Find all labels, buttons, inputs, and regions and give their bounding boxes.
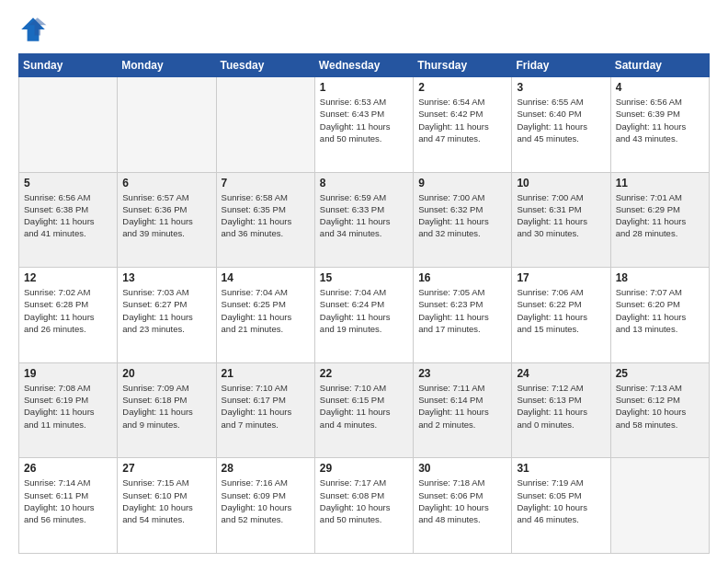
calendar-day-cell: 7Sunrise: 6:58 AM Sunset: 6:35 PM Daylig… <box>216 172 314 268</box>
day-info: Sunrise: 7:04 AM Sunset: 6:25 PM Dayligh… <box>222 286 310 335</box>
calendar-week-row: 19Sunrise: 7:08 AM Sunset: 6:19 PM Dayli… <box>19 362 710 458</box>
day-number: 1 <box>320 81 408 94</box>
calendar-day-cell <box>610 458 709 554</box>
day-info: Sunrise: 7:13 AM Sunset: 6:12 PM Dayligh… <box>616 382 704 431</box>
calendar-day-cell: 21Sunrise: 7:10 AM Sunset: 6:17 PM Dayli… <box>216 362 314 458</box>
calendar-day-cell <box>216 77 314 173</box>
day-info: Sunrise: 7:18 AM Sunset: 6:06 PM Dayligh… <box>418 477 506 525</box>
day-number: 24 <box>517 367 605 380</box>
day-info: Sunrise: 7:10 AM Sunset: 6:17 PM Dayligh… <box>222 382 310 431</box>
day-info: Sunrise: 7:01 AM Sunset: 6:29 PM Dayligh… <box>616 191 704 240</box>
day-number: 12 <box>24 271 112 284</box>
day-number: 29 <box>320 462 408 475</box>
calendar-day-cell: 18Sunrise: 7:07 AM Sunset: 6:20 PM Dayli… <box>610 268 709 363</box>
calendar-day-header: Monday <box>118 54 216 77</box>
day-number: 10 <box>517 177 605 190</box>
calendar-header-row: SundayMondayTuesdayWednesdayThursdayFrid… <box>19 54 710 77</box>
day-number: 16 <box>418 271 506 284</box>
day-number: 4 <box>616 81 704 94</box>
calendar-day-cell: 31Sunrise: 7:19 AM Sunset: 6:05 PM Dayli… <box>512 458 610 554</box>
day-number: 18 <box>616 271 704 284</box>
day-number: 30 <box>418 462 506 475</box>
day-number: 20 <box>122 367 210 380</box>
day-info: Sunrise: 7:17 AM Sunset: 6:08 PM Dayligh… <box>320 477 408 525</box>
calendar-day-cell: 28Sunrise: 7:16 AM Sunset: 6:09 PM Dayli… <box>216 458 314 554</box>
calendar-day-cell: 25Sunrise: 7:13 AM Sunset: 6:12 PM Dayli… <box>610 362 709 458</box>
calendar-day-cell: 11Sunrise: 7:01 AM Sunset: 6:29 PM Dayli… <box>610 172 709 268</box>
day-info: Sunrise: 6:56 AM Sunset: 6:38 PM Dayligh… <box>24 191 112 240</box>
day-number: 8 <box>320 177 408 190</box>
day-info: Sunrise: 6:53 AM Sunset: 6:43 PM Dayligh… <box>320 96 408 144</box>
calendar-day-cell: 15Sunrise: 7:04 AM Sunset: 6:24 PM Dayli… <box>314 268 413 363</box>
calendar-day-cell: 9Sunrise: 7:00 AM Sunset: 6:32 PM Daylig… <box>414 172 512 268</box>
day-info: Sunrise: 7:00 AM Sunset: 6:32 PM Dayligh… <box>418 191 506 240</box>
calendar-day-cell: 14Sunrise: 7:04 AM Sunset: 6:25 PM Dayli… <box>216 268 314 363</box>
calendar-day-header: Tuesday <box>216 54 314 77</box>
calendar-day-header: Sunday <box>19 54 118 77</box>
calendar-day-cell: 16Sunrise: 7:05 AM Sunset: 6:23 PM Dayli… <box>414 268 512 363</box>
calendar-day-cell: 30Sunrise: 7:18 AM Sunset: 6:06 PM Dayli… <box>414 458 512 554</box>
calendar-day-cell: 13Sunrise: 7:03 AM Sunset: 6:27 PM Dayli… <box>118 268 216 363</box>
day-info: Sunrise: 7:00 AM Sunset: 6:31 PM Dayligh… <box>517 191 605 240</box>
day-number: 13 <box>122 271 210 284</box>
calendar-week-row: 12Sunrise: 7:02 AM Sunset: 6:28 PM Dayli… <box>19 268 710 363</box>
calendar-day-cell: 17Sunrise: 7:06 AM Sunset: 6:22 PM Dayli… <box>512 268 610 363</box>
calendar-day-cell: 27Sunrise: 7:15 AM Sunset: 6:10 PM Dayli… <box>118 458 216 554</box>
calendar-day-cell: 6Sunrise: 6:57 AM Sunset: 6:36 PM Daylig… <box>118 172 216 268</box>
day-info: Sunrise: 7:02 AM Sunset: 6:28 PM Dayligh… <box>24 286 112 335</box>
day-number: 15 <box>320 271 408 284</box>
day-info: Sunrise: 7:10 AM Sunset: 6:15 PM Dayligh… <box>320 382 408 431</box>
day-info: Sunrise: 7:08 AM Sunset: 6:19 PM Dayligh… <box>24 382 112 431</box>
day-info: Sunrise: 6:59 AM Sunset: 6:33 PM Dayligh… <box>320 191 408 240</box>
day-info: Sunrise: 7:12 AM Sunset: 6:13 PM Dayligh… <box>517 382 605 431</box>
day-number: 5 <box>24 177 112 190</box>
day-info: Sunrise: 7:16 AM Sunset: 6:09 PM Dayligh… <box>222 477 310 525</box>
day-info: Sunrise: 7:06 AM Sunset: 6:22 PM Dayligh… <box>517 286 605 335</box>
day-number: 11 <box>616 177 704 190</box>
calendar-day-cell: 20Sunrise: 7:09 AM Sunset: 6:18 PM Dayli… <box>118 362 216 458</box>
day-number: 6 <box>122 177 210 190</box>
day-info: Sunrise: 6:54 AM Sunset: 6:42 PM Dayligh… <box>418 96 506 144</box>
day-info: Sunrise: 7:07 AM Sunset: 6:20 PM Dayligh… <box>616 286 704 335</box>
day-info: Sunrise: 7:15 AM Sunset: 6:10 PM Dayligh… <box>122 477 210 525</box>
day-number: 19 <box>24 367 112 380</box>
page: SundayMondayTuesdayWednesdayThursdayFrid… <box>0 0 728 563</box>
calendar-day-cell: 1Sunrise: 6:53 AM Sunset: 6:43 PM Daylig… <box>314 77 413 173</box>
calendar-day-cell: 12Sunrise: 7:02 AM Sunset: 6:28 PM Dayli… <box>19 268 118 363</box>
calendar-day-header: Wednesday <box>314 54 413 77</box>
day-info: Sunrise: 7:04 AM Sunset: 6:24 PM Dayligh… <box>320 286 408 335</box>
calendar-day-cell: 29Sunrise: 7:17 AM Sunset: 6:08 PM Dayli… <box>314 458 413 554</box>
day-number: 17 <box>517 271 605 284</box>
day-number: 2 <box>418 81 506 94</box>
calendar-day-header: Friday <box>512 54 610 77</box>
calendar-day-cell <box>118 77 216 173</box>
day-number: 28 <box>222 462 310 475</box>
day-number: 23 <box>418 367 506 380</box>
calendar-day-cell: 22Sunrise: 7:10 AM Sunset: 6:15 PM Dayli… <box>314 362 413 458</box>
calendar-day-cell: 26Sunrise: 7:14 AM Sunset: 6:11 PM Dayli… <box>19 458 118 554</box>
calendar-day-cell: 2Sunrise: 6:54 AM Sunset: 6:42 PM Daylig… <box>414 77 512 173</box>
calendar-day-cell: 10Sunrise: 7:00 AM Sunset: 6:31 PM Dayli… <box>512 172 610 268</box>
calendar-day-cell: 23Sunrise: 7:11 AM Sunset: 6:14 PM Dayli… <box>414 362 512 458</box>
calendar-week-row: 5Sunrise: 6:56 AM Sunset: 6:38 PM Daylig… <box>19 172 710 268</box>
calendar-day-cell: 8Sunrise: 6:59 AM Sunset: 6:33 PM Daylig… <box>314 172 413 268</box>
day-number: 22 <box>320 367 408 380</box>
day-info: Sunrise: 7:11 AM Sunset: 6:14 PM Dayligh… <box>418 382 506 431</box>
day-number: 21 <box>222 367 310 380</box>
day-info: Sunrise: 6:56 AM Sunset: 6:39 PM Dayligh… <box>616 96 704 144</box>
day-info: Sunrise: 6:58 AM Sunset: 6:35 PM Dayligh… <box>222 191 310 240</box>
calendar-day-cell: 5Sunrise: 6:56 AM Sunset: 6:38 PM Daylig… <box>19 172 118 268</box>
calendar-day-cell: 19Sunrise: 7:08 AM Sunset: 6:19 PM Dayli… <box>19 362 118 458</box>
calendar-week-row: 26Sunrise: 7:14 AM Sunset: 6:11 PM Dayli… <box>19 458 710 554</box>
header <box>18 15 710 44</box>
day-number: 27 <box>122 462 210 475</box>
day-number: 31 <box>517 462 605 475</box>
day-info: Sunrise: 6:57 AM Sunset: 6:36 PM Dayligh… <box>122 191 210 240</box>
calendar-day-cell: 24Sunrise: 7:12 AM Sunset: 6:13 PM Dayli… <box>512 362 610 458</box>
calendar-day-cell: 3Sunrise: 6:55 AM Sunset: 6:40 PM Daylig… <box>512 77 610 173</box>
day-number: 3 <box>517 81 605 94</box>
day-number: 7 <box>222 177 310 190</box>
day-number: 26 <box>24 462 112 475</box>
calendar-week-row: 1Sunrise: 6:53 AM Sunset: 6:43 PM Daylig… <box>19 77 710 173</box>
day-number: 9 <box>418 177 506 190</box>
